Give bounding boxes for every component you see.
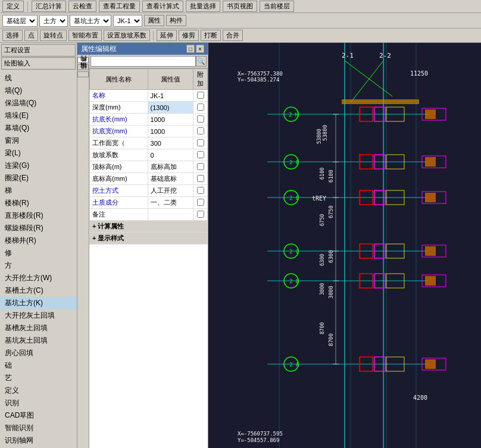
break-btn[interactable]: 打断 [201, 30, 221, 41]
sidebar-item-pit-fill[interactable]: 基坑灰土回填 [0, 334, 77, 347]
sidebar-item-repair[interactable]: 修 [0, 247, 77, 259]
page-view-btn[interactable]: 书页视图 [223, 1, 257, 12]
vtab-property[interactable]: 属性 [77, 57, 89, 63]
sidebar-item-connecting-beam[interactable]: 连梁(G) [0, 159, 77, 172]
calc-btn[interactable]: 汇总计算 [32, 1, 66, 12]
prop-value-cell[interactable]: (1300) [148, 102, 193, 114]
attach-checkbox[interactable] [197, 115, 204, 123]
cloud-check-btn[interactable]: 云检查 [68, 1, 96, 12]
prop-attach-cell[interactable] [193, 161, 208, 173]
section-header-cell[interactable]: +显示样式 [90, 233, 208, 245]
prop-attach-cell[interactable] [193, 197, 208, 209]
smart-layout-btn[interactable]: 智能布置 [68, 30, 102, 41]
attach-checkbox[interactable] [197, 151, 204, 158]
prop-value-cell[interactable]: 300 [148, 137, 193, 149]
prop-value-cell[interactable]: 基础底标 [148, 173, 193, 185]
type-select[interactable]: 基坑土方 [70, 15, 111, 27]
sidebar-item-wall-pier[interactable]: 墙垛(E) [0, 109, 77, 122]
sidebar-item-trench-fill[interactable]: 基槽灰土回填 [0, 322, 77, 334]
prop-value-cell[interactable]: 1000 [148, 126, 193, 137]
panel-float-btn[interactable]: □ [186, 45, 195, 53]
sidebar-item-straight-stair[interactable]: 直形楼段(R) [0, 209, 77, 222]
view-quantity-btn[interactable]: 查看工程量 [99, 1, 140, 12]
prop-value-cell[interactable]: 0 [148, 149, 193, 161]
sidebar-item-stair-cat[interactable]: 梯 [0, 184, 77, 197]
current-floor-btn[interactable]: 当前楼层 [260, 1, 294, 12]
sidebar-item-curtain-wall[interactable]: 幕墙(Q) [0, 122, 77, 134]
attach-checkbox[interactable] [197, 92, 204, 99]
prop-attach-cell[interactable] [193, 209, 208, 221]
sidebar-item-line[interactable]: 线 [0, 72, 77, 84]
project-settings-btn[interactable]: 工程设置 [1, 44, 76, 57]
panel-close-btn[interactable]: × [196, 45, 204, 53]
category-select[interactable]: 土方 [39, 15, 68, 27]
sidebar-item-staircase[interactable]: 楼梯(R) [0, 197, 77, 209]
sidebar-item-window-opening[interactable]: 窗洞 [0, 134, 77, 147]
sidebar-item-stair-well[interactable]: 楼梯井(R) [0, 234, 77, 247]
component-btn[interactable]: 构件 [166, 15, 186, 26]
prop-search-btn[interactable]: 🔍 [196, 56, 207, 67]
vtab-edit[interactable]: 编辑 [77, 71, 89, 77]
prop-attach-cell[interactable] [193, 126, 208, 137]
sidebar-item-insulation-wall[interactable]: 保温墙(Q) [0, 97, 77, 109]
prop-value-cell[interactable] [148, 209, 193, 221]
prop-section-row[interactable]: +显示样式 [90, 233, 208, 245]
rotate-point-btn[interactable]: 旋转点 [40, 30, 67, 41]
prop-attach-cell[interactable] [193, 185, 208, 197]
prop-value-cell[interactable]: 人工开挖 [148, 185, 193, 197]
sidebar-item-pit[interactable]: 基坑土方(K) [0, 297, 77, 309]
define-btn[interactable]: 定义 [2, 1, 24, 12]
sidebar-item-trench[interactable]: 基槽土方(C) [0, 284, 77, 297]
attach-checkbox[interactable] [197, 175, 204, 182]
prop-value-cell[interactable]: 1000 [148, 114, 193, 126]
cad-area[interactable]: X=-7563757.380 Y=-504385.274 [208, 43, 481, 448]
prop-attach-cell[interactable] [193, 137, 208, 149]
sidebar-item-art[interactable]: 艺 [0, 372, 77, 384]
batch-select-btn[interactable]: 批量选择 [186, 1, 220, 12]
prop-attach-cell[interactable] [193, 114, 208, 126]
vtab-component[interactable]: 构件 [77, 64, 89, 70]
sidebar-item-beam[interactable]: 梁(L) [0, 147, 77, 159]
sidebar-item-cad-sketch[interactable]: CAD草图 [0, 409, 77, 422]
sidebar-item-smart-identify[interactable]: 智能识别 [0, 422, 77, 434]
prop-attach-cell[interactable] [193, 90, 208, 102]
property-btn[interactable]: 属性 [144, 15, 164, 26]
prop-section-row[interactable]: +计算属性 [90, 221, 208, 233]
prop-value-cell[interactable]: JK-1 [148, 90, 193, 102]
prop-attach-cell[interactable] [193, 173, 208, 185]
attach-checkbox[interactable] [197, 127, 204, 134]
prop-attach-cell[interactable] [193, 102, 208, 114]
element-select[interactable]: JK-1 [113, 15, 142, 27]
trim-btn[interactable]: 修剪 [179, 30, 199, 41]
sidebar-item-define[interactable]: 定义 [0, 384, 77, 397]
attach-checkbox[interactable] [197, 163, 204, 170]
floor-select[interactable]: 基础层 [2, 15, 38, 27]
prop-attach-cell[interactable] [193, 149, 208, 161]
sidebar-item-room-fill[interactable]: 房心回填 [0, 347, 77, 359]
point-btn[interactable]: 点 [24, 30, 38, 41]
sidebar-item-open-excavation[interactable]: 大开挖土方(W) [0, 272, 77, 284]
sidebar-item-foundation[interactable]: 础 [0, 359, 77, 372]
prop-value-cell[interactable]: 底标高加 [148, 161, 193, 173]
prop-search-input[interactable] [90, 56, 196, 67]
section-header-cell[interactable]: +计算属性 [90, 221, 208, 233]
set-slope-btn[interactable]: 设置放坡系数 [104, 30, 150, 41]
attach-checkbox[interactable] [197, 139, 204, 146]
sidebar-item-open-exc-fill[interactable]: 大开挖灰土回填 [0, 309, 77, 322]
sidebar-item-ring-beam[interactable]: 圈梁(E) [0, 172, 77, 184]
attach-checkbox[interactable] [197, 211, 204, 218]
select-btn[interactable]: 选择 [2, 30, 23, 41]
sidebar-item-spiral-stair[interactable]: 螺旋梯段(R) [0, 222, 77, 234]
sidebar-item-identify-axis[interactable]: 识别轴网 [0, 434, 77, 447]
sidebar-item-wall[interactable]: 墙(Q) [0, 84, 77, 97]
attach-checkbox[interactable] [197, 187, 204, 194]
attach-checkbox[interactable] [197, 104, 204, 111]
prop-value-cell[interactable]: 一、二类 [148, 197, 193, 209]
extend-btn[interactable]: 延伸 [157, 30, 177, 41]
sidebar-item-earthwork[interactable]: 方 [0, 259, 77, 272]
merge-btn[interactable]: 合并 [223, 30, 243, 41]
sidebar-item-identify[interactable]: 识别 [0, 397, 77, 409]
view-formula-btn[interactable]: 查看计算式 [142, 1, 183, 12]
drawing-input-btn[interactable]: 绘图输入 [1, 57, 76, 70]
attach-checkbox[interactable] [197, 199, 204, 206]
